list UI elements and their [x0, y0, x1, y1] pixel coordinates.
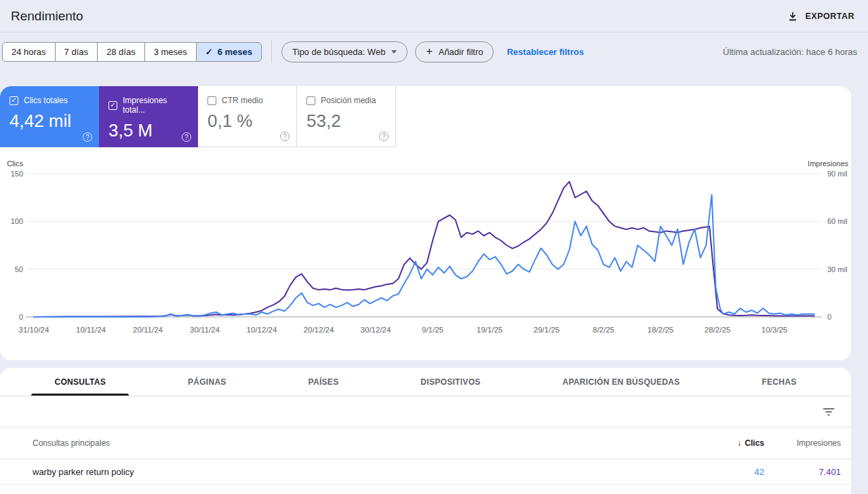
- download-icon: [787, 11, 798, 22]
- reset-filters-link[interactable]: Restablecer filtros: [507, 47, 583, 57]
- y-left-axis-title: Clics: [7, 159, 23, 168]
- performance-line-chart[interactable]: 15090 mil10060 mil5030 mil00ClicsImpresi…: [0, 156, 851, 341]
- metric-label: Clics totales: [24, 96, 68, 105]
- add-filter-button[interactable]: + Añadir filtro: [415, 41, 494, 62]
- position-checkbox[interactable]: [307, 96, 315, 105]
- page-title: Rendimiento: [11, 9, 83, 24]
- metric-card-clicks[interactable]: Clics totales 4,42 mil: [0, 86, 99, 147]
- metric-value: 4,42 mil: [9, 111, 91, 132]
- tab-consultas[interactable]: CONSULTAS: [31, 368, 129, 396]
- x-tick-label: 19/1/25: [477, 326, 502, 334]
- metric-label: Posición media: [321, 96, 376, 105]
- impressions-line: [34, 182, 814, 317]
- x-tick-label: 20/11/24: [133, 326, 163, 334]
- y-right-axis-title: Impresiones: [808, 159, 848, 168]
- x-tick-label: 29/1/25: [534, 326, 559, 334]
- x-tick-label: 30/11/24: [190, 326, 220, 334]
- help-icon[interactable]: [83, 132, 92, 142]
- performance-chart-card: Clics totales 4,42 mil Impresiones total…: [0, 86, 851, 360]
- table-header-row: Consultas principales ↓Clics Impresiones: [0, 428, 851, 459]
- metric-cards: Clics totales 4,42 mil Impresiones total…: [0, 86, 851, 147]
- range-28-dias[interactable]: 28 días: [97, 42, 145, 62]
- dimensions-table-card: CONSULTAS PÁGINAS PAÍSES DISPOSITIVOS AP…: [0, 368, 851, 494]
- metric-label: CTR medio: [222, 96, 263, 105]
- help-icon[interactable]: [280, 132, 290, 141]
- export-label: EXPORTAR: [805, 12, 854, 21]
- metric-label: Impresiones total...: [123, 96, 190, 115]
- clicks-cell: 42: [588, 467, 764, 477]
- metric-card-impressions[interactable]: Impresiones total... 3,5 M: [99, 86, 198, 147]
- table-row[interactable]: warby parker return policy 42 7.401: [0, 459, 851, 484]
- range-3-meses[interactable]: 3 meses: [144, 42, 197, 62]
- metric-card-position[interactable]: Posición media 53,2: [297, 86, 396, 147]
- divider: [271, 40, 272, 63]
- metric-card-ctr[interactable]: CTR medio 0,1 %: [198, 86, 297, 147]
- export-button[interactable]: EXPORTAR: [787, 11, 854, 22]
- help-icon[interactable]: [379, 132, 389, 141]
- check-icon: ✓: [205, 48, 213, 56]
- search-type-dropdown[interactable]: Tipo de búsqueda: Web: [281, 41, 408, 62]
- plus-icon: +: [426, 46, 432, 57]
- y-right-tick-label: 60 mil: [827, 217, 847, 225]
- column-header-queries[interactable]: Consultas principales: [0, 438, 588, 448]
- x-tick-label: 9/1/25: [422, 326, 443, 334]
- y-right-tick-label: 90 mil: [827, 170, 847, 178]
- filter-bar: 24 horas 7 días 28 días 3 meses ✓ 6 mese…: [0, 33, 868, 71]
- y-left-tick-label: 50: [15, 265, 23, 273]
- date-range-group: 24 horas 7 días 28 días 3 meses ✓ 6 mese…: [2, 42, 262, 62]
- tab-dispositivos[interactable]: DISPOSITIVOS: [397, 368, 503, 396]
- tab-paises[interactable]: PAÍSES: [285, 368, 362, 396]
- sort-desc-icon: ↓: [737, 438, 741, 448]
- range-7-dias[interactable]: 7 días: [55, 42, 98, 62]
- x-tick-label: 10/12/24: [247, 326, 277, 334]
- tab-paginas[interactable]: PÁGINAS: [165, 368, 250, 396]
- x-tick-label: 10/3/25: [762, 326, 787, 334]
- x-tick-label: 20/12/24: [304, 326, 334, 334]
- last-update-text: Última actualización: hace 6 horas: [723, 47, 857, 57]
- metric-value: 53,2: [307, 111, 387, 132]
- query-cell[interactable]: warby parker return policy: [0, 467, 588, 477]
- range-24-horas[interactable]: 24 horas: [2, 42, 56, 62]
- metric-value: 0,1 %: [208, 111, 288, 132]
- column-header-impressions[interactable]: Impresiones: [764, 438, 851, 448]
- y-right-tick-label: 30 mil: [827, 265, 847, 273]
- filter-list-icon[interactable]: [823, 407, 835, 417]
- y-left-tick-label: 0: [19, 313, 23, 321]
- ctr-checkbox[interactable]: [208, 96, 216, 105]
- y-left-tick-label: 100: [11, 217, 23, 225]
- tab-fechas[interactable]: FECHAS: [738, 368, 819, 396]
- x-tick-label: 10/11/24: [76, 326, 106, 334]
- tab-aparicion-en-busquedas[interactable]: APARICIÓN EN BÚSQUEDAS: [539, 368, 703, 396]
- range-6-meses-selected[interactable]: ✓ 6 meses: [196, 42, 262, 62]
- x-tick-label: 30/12/24: [361, 326, 391, 334]
- help-icon[interactable]: [182, 132, 191, 142]
- column-header-clicks[interactable]: ↓Clics: [588, 438, 764, 448]
- y-left-tick-label: 150: [11, 170, 23, 178]
- top-bar: Rendimiento EXPORTAR: [0, 0, 868, 33]
- x-tick-label: 28/2/25: [705, 326, 730, 334]
- table-toolbar: [0, 396, 851, 428]
- x-tick-label: 18/2/25: [648, 326, 673, 334]
- caret-down-icon: [391, 50, 397, 54]
- clicks-checkbox[interactable]: [9, 96, 18, 105]
- impressions-cell: 7.401: [764, 467, 851, 477]
- clicks-line: [34, 195, 814, 317]
- impressions-checkbox[interactable]: [108, 101, 117, 110]
- dimension-tabs: CONSULTAS PÁGINAS PAÍSES DISPOSITIVOS AP…: [0, 368, 851, 396]
- x-tick-label: 31/10/24: [19, 326, 50, 334]
- y-right-tick-label: 0: [827, 313, 831, 321]
- x-tick-label: 8/2/25: [593, 326, 614, 334]
- metric-value: 3,5 M: [108, 120, 190, 141]
